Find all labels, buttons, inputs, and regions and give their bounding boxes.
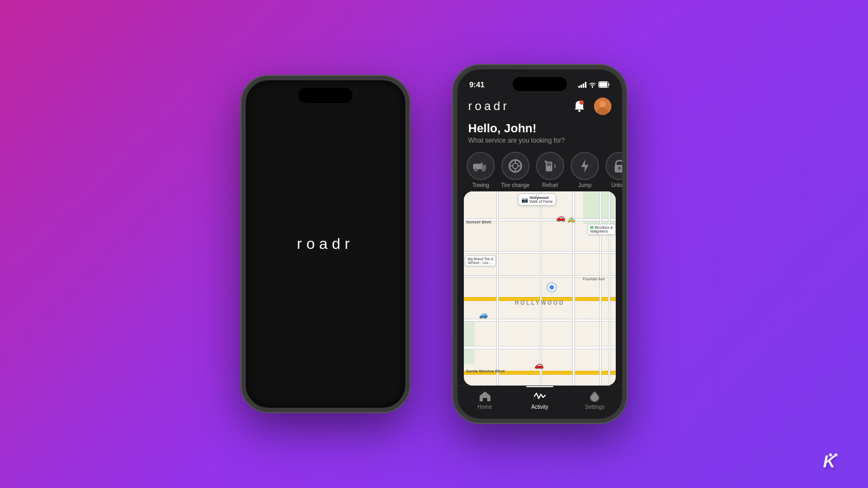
unlock-label: Unlock [611,182,622,188]
signal-icon [578,82,586,88]
header-icons [571,98,611,115]
towing-label: Towing [472,182,489,188]
svg-rect-1 [599,82,608,87]
phone-app: 9:41 [453,65,627,423]
services-row: Towing Tire change [457,149,622,191]
walgreens-poi: WBirchbox &Walgreens [588,224,616,235]
service-tire-change[interactable]: Tire change [501,152,530,188]
svg-rect-7 [473,164,482,169]
svg-rect-19 [547,163,551,166]
greeting-section: Hello, John! What service are you lookin… [457,118,622,149]
greeting-title: Hello, John! [468,121,611,136]
jump-label: Jump [578,182,591,188]
towing-icon [467,152,495,180]
refuel-icon [536,152,564,180]
road-sunset: Sunset Blvd [466,220,491,224]
settings-icon [589,390,601,402]
status-bar: 9:41 [457,69,622,93]
map-background: Sunset Blvd Fountain Ave Santa Monica Bl… [464,191,616,386]
status-time: 9:41 [469,80,484,89]
tire-change-label: Tire change [501,182,529,188]
nav-home[interactable]: Home [457,390,512,410]
bottom-nav: Home Activity [457,386,622,419]
svg-point-10 [482,168,485,171]
activity-label: Activity [531,404,548,410]
app-screen: 9:41 [457,69,622,419]
battery-icon [598,81,610,88]
user-location [548,284,556,291]
phone-splash: roadr [241,76,410,412]
road-santa-monica: Santa Monica Blvd [466,369,505,374]
service-refuel[interactable]: Refuel [535,152,565,188]
road-fountain: Fountain Ave [583,277,605,281]
svg-rect-20 [545,160,547,163]
refuel-label: Refuel [542,182,558,188]
power-button-2 [626,156,627,194]
app-header: roadr [457,93,622,118]
svg-point-3 [579,100,584,105]
home-icon [479,390,491,402]
splash-logo: roadr [297,235,354,253]
svg-rect-11 [481,163,483,166]
service-towing[interactable]: Towing [466,152,495,188]
activity-icon [534,390,546,402]
map-car-1: 🚗 [556,213,565,222]
svg-point-2 [578,110,580,112]
bell-icon[interactable] [571,98,588,114]
status-icons [578,81,610,88]
tire-poi: Big Brand Tire &Service - Los ... [465,255,496,266]
nav-settings[interactable]: Settings [567,390,622,410]
hollywood-poi: 📷 HollywoodWalk of Fame [518,194,556,206]
home-label: Home [477,404,492,410]
power-button [409,162,410,197]
user-avatar[interactable] [594,98,611,115]
tire-change-icon [501,152,529,180]
map-area[interactable]: Sunset Blvd Fountain Ave Santa Monica Bl… [464,191,616,386]
map-car-4: 🚗 [534,361,544,369]
svg-point-5 [599,101,606,107]
hollywood-label: HOLLYWOOD [515,300,565,306]
phones-container: roadr 9:41 [241,65,627,423]
wifi-icon [589,82,596,88]
svg-point-13 [513,163,518,169]
nav-activity[interactable]: Activity [512,390,567,410]
map-car-3: 🚙 [479,311,488,319]
settings-label: Settings [585,404,604,410]
map-car-2: 🚕 [567,215,575,223]
svg-point-9 [474,168,477,171]
jump-icon [571,152,599,180]
app-logo: roadr [468,99,509,113]
kt-logo: K [823,452,835,472]
unlock-icon [605,152,622,180]
greeting-subtitle: What service are you looking for? [468,137,611,144]
service-jump[interactable]: Jump [570,152,599,188]
service-unlock[interactable]: Unlock [605,152,622,188]
svg-marker-21 [581,159,589,172]
